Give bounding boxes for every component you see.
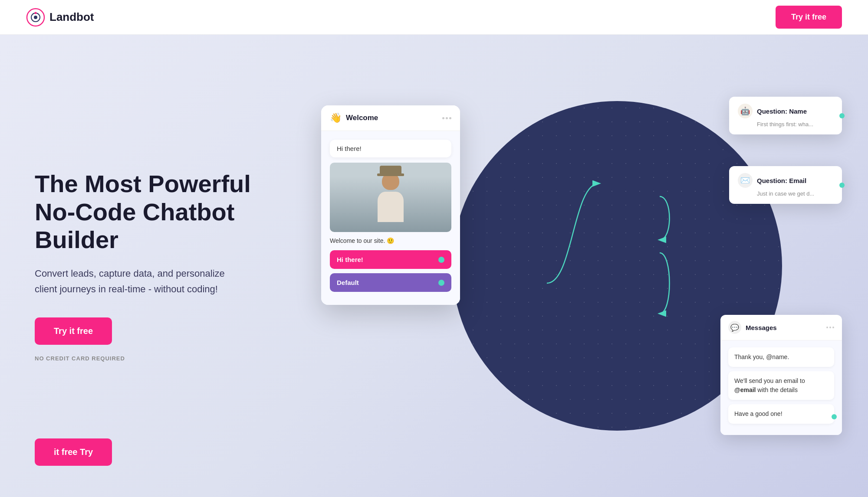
message-2: We'll send you an email to @email with t… [728,371,834,400]
dot2 [446,117,448,119]
chat-window-title: Welcome [346,114,438,122]
mdot1 [826,327,828,328]
person-silhouette [378,173,404,222]
chat-body: Hi there! Welcome to our site. 🙂 Hi ther… [321,131,460,305]
question-name-dot [839,113,845,118]
messages-card-header: 💬 Messages [720,315,842,340]
question-name-subtitle: First things first: wha... [757,121,833,128]
person-hat [380,166,401,174]
question-email-subtitle: Just in case we get d... [757,190,833,197]
person-body [378,192,404,222]
chat-window: 👋 Welcome Hi there! [321,105,460,305]
hero-visual: 👋 Welcome Hi there! [269,71,833,461]
option-hi-there-button[interactable]: Hi there! [330,250,451,269]
messages-body: Thank you, @name. We'll send you an emai… [720,340,842,435]
greeting-bubble: Hi there! [330,140,451,157]
option-dot-pink [438,257,444,263]
hero-left-content: The Most Powerful No-Code Chatbot Builde… [35,170,269,362]
try-it-free-header-button[interactable]: Try it free [776,6,842,29]
landbot-logo-icon [26,8,45,27]
svg-point-2 [34,16,37,19]
question-email-header: ✉️ Question: Email [738,173,833,188]
dot3 [449,117,451,119]
header: Landbot Try it free [0,0,868,35]
question-email-title: Question: Email [757,177,806,184]
option-dot-purple [438,280,444,286]
mdot2 [829,327,831,328]
question-name-icon: 🤖 [738,104,753,118]
chat-menu-dots[interactable] [442,117,451,119]
question-email-icon: ✉️ [738,173,753,188]
message-teal-dot [832,414,837,419]
hero-section: The Most Powerful No-Code Chatbot Builde… [0,35,868,497]
try-it-free-bottom-button[interactable]: it free Try [35,438,112,466]
messages-card: 💬 Messages Thank you, @name. We'll send … [720,315,842,435]
question-email-dot [839,183,845,188]
svg-point-3 [35,12,37,14]
message-3: Have a good one! [728,404,834,424]
person-head [382,173,399,190]
question-name-header: 🤖 Question: Name [738,104,833,118]
chat-image [330,163,451,232]
messages-menu-dots[interactable] [826,327,834,328]
welcome-text-bubble: Welcome to our site. 🙂 [330,237,451,244]
message-1: Thank you, @name. [728,347,834,367]
mdot3 [832,327,834,328]
question-email-card: ✉️ Question: Email Just in case we get d… [729,166,842,204]
messages-card-title: Messages [746,324,822,331]
hero-subtitle: Convert leads, capture data, and persona… [35,266,234,296]
question-name-card: 🤖 Question: Name First things first: wha… [729,97,842,134]
messages-icon: 💬 [728,321,741,334]
person-image [330,163,451,232]
chat-window-header: 👋 Welcome [321,105,460,131]
question-name-title: Question: Name [757,108,807,115]
no-credit-card-label: NO CREDIT CARD REQUIRED [35,355,269,362]
option-default-button[interactable]: Default [330,273,451,292]
chat-wave-emoji: 👋 [330,112,342,124]
dot1 [442,117,444,119]
logo: Landbot [26,8,94,27]
bottom-cta-area: it free Try [35,438,112,471]
try-it-free-hero-button[interactable]: Try it free [35,317,112,345]
logo-text: Landbot [49,10,94,24]
hero-title: The Most Powerful No-Code Chatbot Builde… [35,170,269,254]
